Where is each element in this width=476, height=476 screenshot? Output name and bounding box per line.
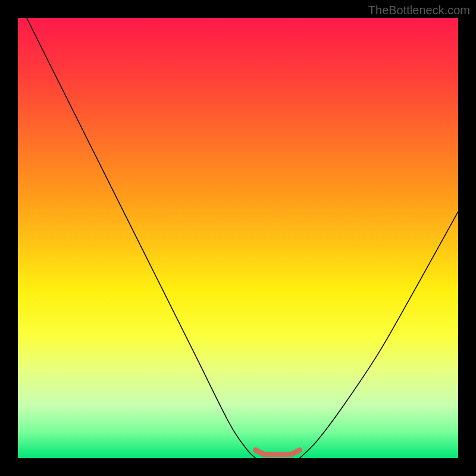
chart-svg <box>18 18 458 458</box>
curve-right-branch <box>300 212 458 458</box>
watermark-text: TheBottleneck.com <box>368 4 470 17</box>
optimal-band-marker <box>256 450 300 455</box>
curve-left-branch <box>27 18 256 458</box>
chart-plot-area <box>18 18 458 458</box>
